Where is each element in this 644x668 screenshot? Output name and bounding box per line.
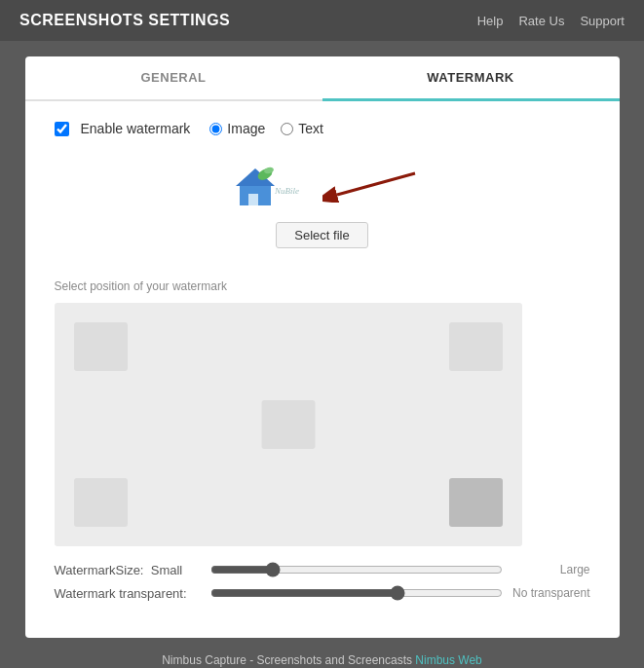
watermark-transparent-slider[interactable]: [210, 585, 503, 601]
top-bar: SCREENSHOTS SETTINGS Help Rate Us Suppor…: [0, 0, 644, 41]
svg-rect-2: [248, 194, 258, 205]
rate-us-link[interactable]: Rate Us: [518, 14, 564, 28]
enable-watermark-checkbox[interactable]: [55, 122, 69, 136]
tab-content-watermark: Enable watermark Image Text: [25, 101, 620, 638]
footer: Nimbus Capture - Screenshots and Screenc…: [162, 653, 482, 667]
position-label: Select position of your watermark: [55, 279, 590, 293]
watermark-size-slider[interactable]: [210, 562, 503, 577]
watermark-logo-svg: NuBile: [230, 157, 308, 210]
text-radio-label[interactable]: Text: [281, 121, 323, 136]
position-grid: [55, 303, 522, 546]
preview-row: NuBile: [225, 154, 420, 212]
select-file-button[interactable]: Select file: [276, 222, 367, 248]
enable-watermark-row: Enable watermark Image Text: [55, 121, 590, 136]
enable-watermark-label: Enable watermark: [81, 121, 191, 136]
svg-line-7: [337, 173, 415, 195]
support-link[interactable]: Support: [580, 14, 625, 28]
watermark-transparent-row: Watermark transparent: No transparent: [55, 585, 590, 601]
tab-watermark[interactable]: WATERMARK: [322, 56, 620, 101]
position-top-right[interactable]: [449, 322, 503, 371]
svg-text:NuBile: NuBile: [274, 186, 299, 196]
arrow-indicator: [322, 164, 420, 203]
watermark-image-preview: NuBile: [225, 154, 313, 212]
watermark-size-row: WatermarkSize: Small Large: [55, 562, 590, 577]
help-link[interactable]: Help: [477, 14, 504, 28]
tab-general[interactable]: GENERAL: [25, 56, 322, 99]
text-radio[interactable]: [281, 123, 293, 135]
arrow-svg: [322, 164, 420, 203]
nav-links: Help Rate Us Support: [477, 14, 625, 28]
main-card: GENERAL WATERMARK Enable watermark Image…: [25, 56, 620, 638]
position-top-left[interactable]: [74, 322, 128, 371]
nimbus-web-link[interactable]: Nimbus Web: [415, 653, 481, 667]
position-bottom-right[interactable]: [449, 478, 503, 527]
transparent-label: Watermark transparent:: [55, 586, 201, 601]
watermark-preview-section: NuBile Select file: [55, 154, 590, 264]
tab-bar: GENERAL WATERMARK: [25, 56, 620, 101]
watermark-type-group: Image Text: [209, 121, 323, 136]
position-bottom-left[interactable]: [74, 478, 128, 527]
position-center[interactable]: [261, 400, 315, 449]
size-max-label: Large: [512, 563, 590, 576]
size-label: WatermarkSize: Small: [55, 563, 201, 577]
image-radio-label[interactable]: Image: [209, 121, 265, 136]
app-title: SCREENSHOTS SETTINGS: [19, 12, 230, 29]
transparent-max-label: No transparent: [512, 586, 590, 600]
image-radio[interactable]: [209, 123, 222, 135]
